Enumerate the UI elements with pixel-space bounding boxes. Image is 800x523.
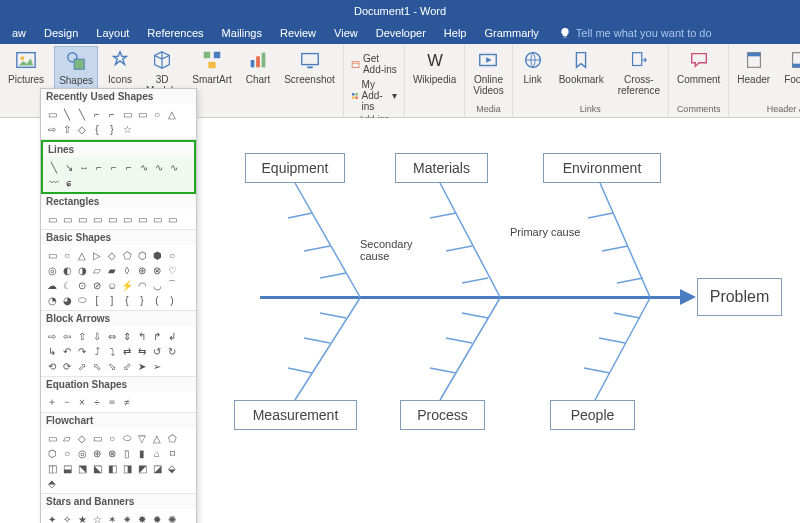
ar-10[interactable]: ↳ [45, 344, 59, 358]
ar-3[interactable]: ⇧ [75, 329, 89, 343]
bs-7[interactable]: ⬡ [135, 248, 149, 262]
st-5[interactable]: ✶ [105, 512, 119, 523]
ar-20[interactable]: ⟳ [60, 359, 74, 373]
eq-3[interactable]: × [75, 395, 89, 409]
fc-10[interactable]: ⬡ [45, 446, 59, 460]
tab-references[interactable]: References [139, 24, 211, 42]
bs-3[interactable]: △ [75, 248, 89, 262]
bs-29[interactable]: ◕ [60, 293, 74, 307]
fc-5[interactable]: ○ [105, 431, 119, 445]
ar-13[interactable]: ⤴ [90, 344, 104, 358]
tab-view[interactable]: View [326, 24, 366, 42]
shape-connector2[interactable]: ⌐ [105, 107, 119, 121]
ar-6[interactable]: ⇕ [120, 329, 134, 343]
fc-4[interactable]: ▭ [90, 431, 104, 445]
fc-16[interactable]: ▮ [135, 446, 149, 460]
shape-rect[interactable]: ▭ [120, 107, 134, 121]
bs-14[interactable]: ▰ [105, 263, 119, 277]
header-button[interactable]: Header [733, 46, 774, 87]
st-7[interactable]: ✸ [135, 512, 149, 523]
fc-6[interactable]: ⬭ [120, 431, 134, 445]
bs-12[interactable]: ◑ [75, 263, 89, 277]
ar-8[interactable]: ↱ [150, 329, 164, 343]
line-curve2[interactable]: ∿ [152, 160, 166, 174]
bs-13[interactable]: ▱ [90, 263, 104, 277]
bs-17[interactable]: ⊗ [150, 263, 164, 277]
icons-button[interactable]: Icons [104, 46, 136, 87]
line-curve3[interactable]: ∿ [167, 160, 181, 174]
ar-18[interactable]: ↻ [165, 344, 179, 358]
shape-rect2[interactable]: ▭ [135, 107, 149, 121]
rect-7[interactable]: ▭ [135, 212, 149, 226]
ar-5[interactable]: ⇔ [105, 329, 119, 343]
eq-2[interactable]: － [60, 395, 74, 409]
shape-connector[interactable]: ⌐ [90, 107, 104, 121]
shape-arrow[interactable]: ⇨ [45, 122, 59, 136]
bs-15[interactable]: ◊ [120, 263, 134, 277]
ar-26[interactable]: ➢ [150, 359, 164, 373]
line-elbow-double[interactable]: ⌐ [122, 160, 136, 174]
line-elbow-arrow[interactable]: ⌐ [107, 160, 121, 174]
fc-24[interactable]: ◨ [120, 461, 134, 475]
shape-brace[interactable]: { [90, 122, 104, 136]
line-curve[interactable]: ∿ [137, 160, 151, 174]
fc-25[interactable]: ◩ [135, 461, 149, 475]
eq-5[interactable]: ＝ [105, 395, 119, 409]
ar-14[interactable]: ⤵ [105, 344, 119, 358]
rect-1[interactable]: ▭ [45, 212, 59, 226]
fc-2[interactable]: ▱ [60, 431, 74, 445]
ar-2[interactable]: ⇦ [60, 329, 74, 343]
fc-26[interactable]: ◪ [150, 461, 164, 475]
chart-button[interactable]: Chart [242, 46, 274, 87]
ar-1[interactable]: ⇨ [45, 329, 59, 343]
bs-22[interactable]: ⊘ [90, 278, 104, 292]
bs-35[interactable]: ( [150, 293, 164, 307]
shape-star[interactable]: ☆ [120, 122, 134, 136]
comment-button[interactable]: Comment [673, 46, 724, 87]
primary-cause-label[interactable]: Primary cause [510, 226, 580, 238]
rect-3[interactable]: ▭ [75, 212, 89, 226]
bs-19[interactable]: ☁ [45, 278, 59, 292]
line-arrow[interactable]: ↘ [62, 160, 76, 174]
shape-tri[interactable]: △ [165, 107, 179, 121]
bs-20[interactable]: ☾ [60, 278, 74, 292]
bs-33[interactable]: { [120, 293, 134, 307]
bs-21[interactable]: ⊙ [75, 278, 89, 292]
shape-oval[interactable]: ○ [150, 107, 164, 121]
line-freeform[interactable]: 〰 [47, 175, 61, 189]
ar-19[interactable]: ⟲ [45, 359, 59, 373]
st-9[interactable]: ✺ [165, 512, 179, 523]
fc-8[interactable]: △ [150, 431, 164, 445]
get-addins-button[interactable]: Get Add-ins [348, 52, 400, 76]
bs-18[interactable]: ♡ [165, 263, 179, 277]
ar-16[interactable]: ⇆ [135, 344, 149, 358]
bookmark-button[interactable]: Bookmark [555, 46, 608, 87]
line-elbow[interactable]: ⌐ [92, 160, 106, 174]
tab-developer[interactable]: Developer [368, 24, 434, 42]
bs-32[interactable]: ] [105, 293, 119, 307]
ar-11[interactable]: ↶ [60, 344, 74, 358]
fc-19[interactable]: ◫ [45, 461, 59, 475]
line-straight[interactable]: ╲ [47, 160, 61, 174]
bs-5[interactable]: ◇ [105, 248, 119, 262]
tab-help[interactable]: Help [436, 24, 475, 42]
fc-11[interactable]: ○ [60, 446, 74, 460]
fc-3[interactable]: ◇ [75, 431, 89, 445]
fc-13[interactable]: ⊕ [90, 446, 104, 460]
footer-button[interactable]: Footer [780, 46, 800, 87]
tab-grammarly[interactable]: Grammarly [476, 24, 546, 42]
bs-23[interactable]: ☺ [105, 278, 119, 292]
bs-26[interactable]: ◡ [150, 278, 164, 292]
tab-layout[interactable]: Layout [88, 24, 137, 42]
fc-12[interactable]: ◎ [75, 446, 89, 460]
smartart-button[interactable]: SmartArt [188, 46, 235, 87]
ar-25[interactable]: ➤ [135, 359, 149, 373]
ar-15[interactable]: ⇄ [120, 344, 134, 358]
eq-4[interactable]: ÷ [90, 395, 104, 409]
tab-review[interactable]: Review [272, 24, 324, 42]
shape-arrow2[interactable]: ⇧ [60, 122, 74, 136]
screenshot-button[interactable]: Screenshot [280, 46, 339, 87]
link-button[interactable]: Link [517, 46, 549, 87]
shape-line2[interactable]: ╲ [75, 107, 89, 121]
bs-8[interactable]: ⬢ [150, 248, 164, 262]
